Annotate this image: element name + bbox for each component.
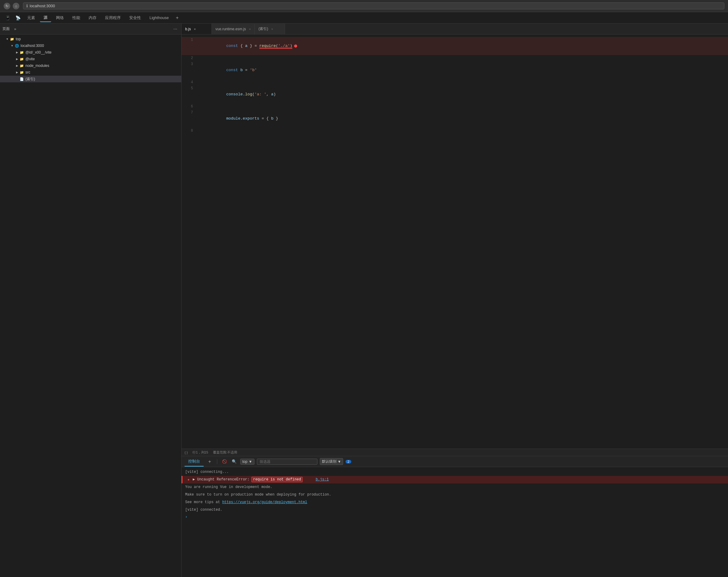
line-num-5: 5: [184, 85, 193, 92]
tree-item-index[interactable]: 📄 (索引): [0, 76, 181, 82]
console-body: [vite] connecting... ● ▶ Uncaught Refere…: [182, 467, 728, 577]
console-scope-selector[interactable]: top ▼: [240, 459, 255, 465]
tree-arrow-localhost: ▼: [10, 43, 15, 48]
console-add-button[interactable]: +: [206, 458, 213, 465]
tree-arrow-top: ▼: [5, 36, 10, 42]
console-scope-label: top: [242, 459, 248, 464]
tab-elements[interactable]: 元素: [24, 14, 39, 22]
address-bar: ℹ localhost:3000: [23, 2, 724, 9]
tab-bjs-close[interactable]: ×: [194, 27, 196, 31]
refresh-button[interactable]: ↻: [4, 3, 10, 9]
code-line-6: 6: [182, 103, 728, 109]
line-num-8: 8: [184, 128, 193, 134]
code-editor: 1 const { a } = require('./a') 2 3 const…: [182, 34, 728, 449]
console-filter-input[interactable]: [257, 459, 317, 465]
line-content-4: [198, 79, 726, 85]
console-tab-button[interactable]: 控制台: [185, 457, 204, 467]
tab-application[interactable]: 应用程序: [101, 14, 124, 22]
tab-bjs-label: b.js: [185, 27, 191, 31]
statusbar-braces: { }: [185, 451, 188, 454]
line-content-6: [198, 103, 726, 109]
editor-statusbar: { } 行1，列15 覆盖范围:不适用: [182, 449, 728, 456]
tree-label-vite-id: @id/_x00__/vite: [25, 50, 51, 54]
line-content-3: const b = 'b': [198, 61, 726, 79]
file-panel-header: 页面 » ⋯: [0, 24, 181, 34]
tab-performance[interactable]: 性能: [69, 14, 84, 22]
line-content-1: const { a } = require('./a'): [198, 37, 726, 55]
file-icon-index: 📄: [19, 77, 24, 81]
panel-more-btn[interactable]: ⋯: [172, 25, 179, 33]
console-text-connected: [vite] connected.: [185, 507, 724, 512]
devtools: 📱 📡 元素 源 网络 性能 内存 应用程序 安全性 Lighthouse + …: [0, 12, 728, 577]
info-icon: ℹ: [26, 4, 28, 8]
tab-vue-runtime[interactable]: vue.runtime.esm.js ×: [212, 24, 255, 34]
device-icon-btn[interactable]: 📱: [3, 14, 12, 22]
folder-icon-vite: 📁: [19, 57, 24, 61]
panel-expand-btn[interactable]: »: [11, 25, 19, 33]
folder-icon-top: 📁: [10, 36, 15, 42]
tab-memory[interactable]: 内存: [85, 14, 100, 22]
tree-item-vite[interactable]: ▶ 📁 @vite: [0, 56, 181, 62]
scope-chevron-down-icon: ▼: [249, 459, 252, 464]
console-line-error: ● ▶ Uncaught ReferenceError: require is …: [182, 476, 728, 483]
tree-arrow-vite-id: ▶: [15, 50, 19, 55]
tab-bjs[interactable]: b.js ×: [182, 24, 212, 34]
tree-item-vite-id[interactable]: ▶ 📁 @id/_x00__/vite: [0, 49, 181, 56]
code-panel: b.js × vue.runtime.esm.js × (索引) × 1: [182, 24, 728, 577]
tab-index-close[interactable]: ×: [271, 27, 273, 31]
line-content-2: [198, 55, 726, 61]
devtools-body: 页面 » ⋯ ▼ 📁 top ▼ 🌐 localhost:: [0, 24, 728, 577]
error-link[interactable]: b.js:1: [316, 477, 329, 482]
tab-sources[interactable]: 源: [40, 14, 51, 22]
tab-network[interactable]: 网络: [52, 14, 68, 22]
code-line-3: 3 const b = 'b': [182, 61, 728, 79]
console-level-selector[interactable]: 默认级别 ▼: [320, 458, 343, 465]
home-button[interactable]: ⌂: [13, 3, 19, 9]
tree-item-localhost[interactable]: ▼ 🌐 localhost:3000: [0, 42, 181, 49]
console-filter-btn[interactable]: 🔍: [231, 458, 238, 465]
console-panel: 控制台 + 🚫 🔍 top ▼ 默认级别 ▼ 2: [182, 456, 728, 577]
code-line-7: 7 module.exports = { b }: [182, 109, 728, 128]
tree-item-node-modules[interactable]: ▶ 📁 node_modules: [0, 62, 181, 69]
tab-vue-runtime-close[interactable]: ×: [249, 27, 251, 31]
console-text-connecting: [vite] connecting...: [185, 469, 724, 475]
line-num-3: 3: [184, 61, 193, 67]
console-line-vite-connecting: [vite] connecting...: [182, 468, 728, 476]
code-line-4: 4: [182, 79, 728, 85]
tree-label-vite: @vite: [25, 57, 35, 61]
browser-controls: ↻ ⌂: [4, 3, 19, 9]
line-content-8: [198, 128, 726, 134]
statusbar-position: 行1，列15: [192, 450, 208, 455]
folder-icon-node-modules: 📁: [19, 63, 24, 68]
tab-vue-runtime-label: vue.runtime.esm.js: [215, 27, 246, 31]
tab-index-label: (索引): [258, 26, 268, 31]
console-line-vue-production: Make sure to turn on production mode whe…: [182, 491, 728, 499]
console-clear-button[interactable]: 🚫: [221, 458, 228, 465]
add-tab-button[interactable]: +: [174, 14, 181, 22]
console-separator: [217, 459, 217, 464]
line-num-1: 1: [184, 37, 193, 43]
tab-lighthouse[interactable]: Lighthouse: [146, 14, 173, 22]
tree-item-top[interactable]: ▼ 📁 top: [0, 36, 181, 42]
line-num-6: 6: [184, 103, 193, 109]
tab-security[interactable]: 安全性: [126, 14, 145, 22]
code-line-5: 5 console.log('a: ', a): [182, 85, 728, 103]
console-prompt: ›: [182, 514, 728, 520]
code-line-2: 2: [182, 55, 728, 61]
devtools-nav: 📱 📡 元素 源 网络 性能 内存 应用程序 安全性 Lighthouse +: [0, 12, 728, 24]
console-text-vue-dev: You are running Vue in development mode.: [185, 484, 724, 490]
line-num-4: 4: [184, 79, 193, 85]
console-error-badge: 2: [345, 460, 351, 463]
remote-icon-btn[interactable]: 📡: [13, 14, 22, 22]
tree-arrow-vite: ▶: [15, 57, 19, 61]
file-panel: 页面 » ⋯ ▼ 📁 top ▼ 🌐 localhost:: [0, 24, 182, 577]
code-line-8: 8: [182, 128, 728, 134]
file-tree: ▼ 📁 top ▼ 🌐 localhost:3000 ▶: [0, 34, 181, 577]
tab-index[interactable]: (索引) ×: [255, 24, 285, 34]
console-header: 控制台 + 🚫 🔍 top ▼ 默认级别 ▼ 2: [182, 456, 728, 467]
tree-item-src[interactable]: ▶ 📁 src: [0, 69, 181, 76]
error-highlight: require is not defined: [252, 477, 302, 482]
error-icon: ●: [186, 477, 191, 482]
vue-guide-link[interactable]: https://vuejs.org/guide/deployment.html: [222, 500, 307, 504]
console-line-vue-tips: See more tips at https://vuejs.org/guide…: [182, 499, 728, 506]
